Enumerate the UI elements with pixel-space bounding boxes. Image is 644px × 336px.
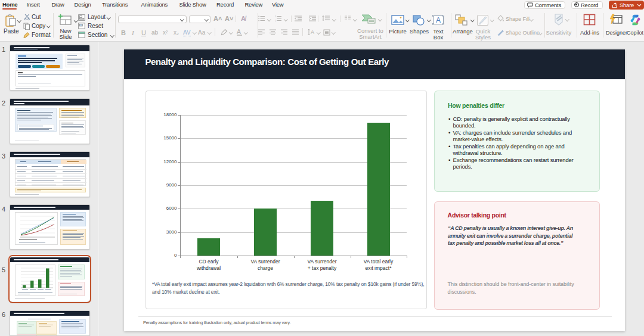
svg-text:A: A bbox=[436, 16, 441, 24]
svg-text:2: 2 bbox=[275, 19, 277, 21]
svg-text:A: A bbox=[311, 29, 314, 35]
svg-text:1: 1 bbox=[275, 15, 277, 18]
